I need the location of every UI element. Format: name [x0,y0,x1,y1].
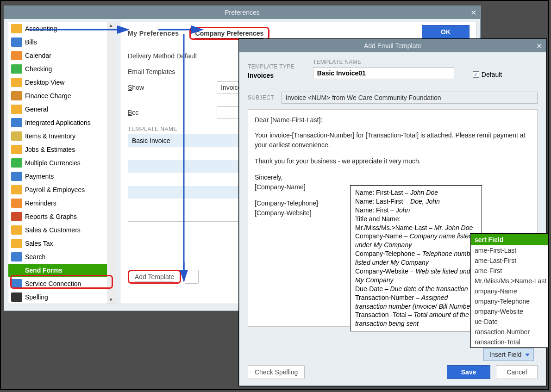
insert-menu-item[interactable]: ame-First [471,266,548,276]
sidebar-item-label: Items & Inventory [25,132,75,140]
sidebar-item-search[interactable]: Search [8,250,108,264]
sidebar-item-label: Desktop View [25,79,64,86]
sidebar-item-payroll-employees[interactable]: Payroll & Employees [8,183,108,197]
definition-line: Mr./Miss/Ms.>Name-Last – Mr. John Doe [355,224,477,232]
sidebar-item-label: Service Connection [25,280,81,287]
sidebar-icon [11,145,22,154]
subject-label: SUBJECT [248,94,274,101]
insert-menu-item[interactable]: ompany-Name [471,286,548,296]
sidebar-item-label: Payroll & Employees [25,186,85,193]
insert-menu-item[interactable]: ame-First-Last [471,245,548,255]
sidebar-item-multiple-currencies[interactable]: Multiple Currencies [8,156,108,170]
sidebar-item-payments[interactable]: Payments [8,170,108,183]
insert-menu-item[interactable]: Mr./Miss/Ms.>Name-Last [471,276,548,286]
sidebar-item-label: Send Forms [25,267,63,274]
show-label: Show [128,84,211,91]
add-template-button[interactable]: Add Template [128,270,181,284]
template-type-value: Invoices [248,72,294,79]
aet-title: Add Email Template [364,42,421,50]
insert-menu-item[interactable]: ransaction-Number [471,327,548,337]
sidebar-item-label: Reports & Graphs [25,213,77,220]
sidebar-icon [11,199,22,208]
template-name-label: TEMPLATE NAME [313,59,454,65]
insert-menu-item[interactable]: ue-Date [471,317,548,327]
definition-line: Name: Last-First – Doe, John [355,197,477,206]
body-dear: Dear [Name-First-Last]: [255,115,531,125]
sidebar-item-label: Multiple Currencies [25,159,81,167]
insert-menu-item[interactable]: ransaction-Total [471,337,548,347]
sidebar-item-label: Payments [25,173,54,180]
default-checkbox[interactable]: ✓ Default [473,71,502,78]
sidebar-item-jobs-estimates[interactable]: Jobs & Estimates [8,143,108,156]
sidebar-icon [11,158,22,168]
tab-company-preferences[interactable]: Company Preferences [189,27,270,40]
insert-menu-item[interactable]: ompany-Website [471,306,548,317]
more-templates-button[interactable] [185,270,199,284]
sidebar-icon [11,292,22,302]
sidebar-item-accounting[interactable]: Accounting [8,22,108,36]
sidebar-item-label: Spelling [25,293,48,301]
sidebar-item-send-forms[interactable]: Send Forms [8,264,108,277]
definition-line: Company-Name – Company name listed under… [355,232,477,249]
insert-field-menu[interactable]: sert Fieldame-First-Lastame-Last-Firstam… [470,234,548,348]
sidebar-item-finance-charge[interactable]: Finance Charge [8,89,108,103]
scroll-down-icon[interactable]: ▼ [107,297,114,304]
aet-titlebar: Add Email Template ✕ [239,39,546,52]
sidebar-item-sales-tax[interactable]: Sales Tax [8,237,108,250]
body-para1: Your invoice-[Transaction-Number] for [T… [255,131,531,150]
tab-my-preferences[interactable]: My Preferences [128,30,179,37]
scroll-up-icon[interactable]: ▲ [107,22,114,29]
sidebar-item-sales-customers[interactable]: Sales & Customers [8,224,108,237]
sidebar-item-reminders[interactable]: Reminders [8,197,108,210]
sidebar-item-label: Sales & Customers [25,226,81,234]
sidebar-item-calendar[interactable]: Calendar [8,49,108,62]
definition-line: Name: First-Last – John Doe [355,188,477,197]
sidebar-icon [11,105,22,114]
sidebar-item-service-connection[interactable]: Service Connection [8,277,108,291]
sidebar-item-bills[interactable]: Bills [8,36,108,49]
sidebar-item-label: Sales Tax [25,240,53,247]
sidebar-icon [11,252,22,261]
template-type-label: TEMPLATE TYPE [248,63,294,70]
body-para2: Thank you for your business - we appreci… [255,156,531,166]
close-icon[interactable]: ✕ [536,42,542,50]
default-label: Default [482,71,502,78]
sidebar-icon [11,279,22,288]
sidebar-icon [11,266,22,275]
preferences-title: Preferences [225,9,259,16]
insert-menu-header: sert Field [471,234,548,245]
sidebar-item-reports-graphs[interactable]: Reports & Graphs [8,210,108,224]
close-icon[interactable]: ✕ [470,8,476,17]
sidebar-item-label: Accounting [25,25,57,32]
check-spelling-button[interactable]: Check Spelling [248,365,305,379]
save-button[interactable]: Save [447,365,491,379]
sidebar-item-general[interactable]: General [8,103,108,116]
preferences-sidebar: AccountingBillsCalendarCheckingDesktop V… [8,22,115,304]
sidebar-item-label: Bills [25,38,37,46]
insert-field-label: Insert Field [489,351,521,358]
insert-menu-item[interactable]: ompany-Telephone [471,296,548,306]
sidebar-icon [11,37,22,47]
sidebar-scrollbar[interactable]: ▲ ▼ [107,22,115,304]
insert-menu-item[interactable]: ame-Last-First [471,255,548,266]
sidebar-item-label: Jobs & Estimates [25,146,75,153]
sidebar-item-checking[interactable]: Checking [8,62,108,76]
sidebar-item-desktop-view[interactable]: Desktop View [8,76,108,89]
ok-button[interactable]: OK [422,25,470,39]
sidebar-item-items-inventory[interactable]: Items & Inventory [8,130,108,143]
preferences-titlebar: Preferences ✕ [4,6,480,19]
sidebar-icon [11,172,22,181]
sidebar-icon [11,24,22,33]
sidebar-item-label: Checking [25,65,52,73]
email-templates-label: Email Templates [128,68,211,75]
insert-field-button[interactable]: Insert Field [483,348,534,361]
sidebar-icon [11,225,22,235]
cancel-button[interactable]: Cancel [496,365,538,379]
sidebar-icon [11,118,22,127]
subject-input[interactable]: Invoice <NUM> from We Care Community Fou… [282,92,538,104]
sidebar-item-integrated-applications[interactable]: Integrated Applications [8,116,108,130]
sidebar-item-label: Integrated Applications [25,119,91,126]
sidebar-item-spelling[interactable]: Spelling [8,291,108,304]
template-name-input[interactable] [313,67,454,79]
sidebar-icon [11,78,22,87]
